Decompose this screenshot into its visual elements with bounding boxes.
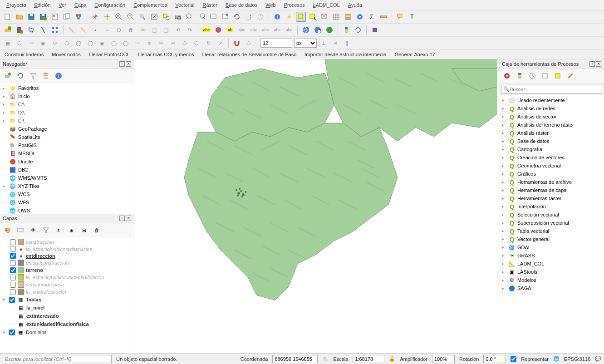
- temporal-icon[interactable]: 🕓: [255, 12, 265, 22]
- crs-label[interactable]: EPSG:3116: [564, 356, 590, 362]
- map-canvas[interactable]: [134, 59, 499, 353]
- field-calc-icon[interactable]: 🧮: [343, 12, 353, 22]
- menu-ladm_col[interactable]: LADM_COL: [309, 1, 344, 9]
- cad-parallel-icon[interactable]: ∥: [342, 38, 352, 48]
- reload-plugins-icon[interactable]: [353, 25, 363, 35]
- offset-point-icon[interactable]: ↗: [215, 38, 225, 48]
- lock-icon[interactable]: 🔒: [389, 356, 395, 362]
- menu-ráster[interactable]: Ráster: [199, 1, 221, 9]
- layer-checkbox[interactable]: [10, 275, 16, 280]
- add-layer-icon[interactable]: [3, 71, 13, 81]
- attribute-table-icon[interactable]: [331, 12, 341, 22]
- expand-arrow[interactable]: ▾: [3, 297, 7, 302]
- style-preset-icon[interactable]: 🎨: [3, 225, 13, 235]
- layer-item[interactable]: la_unidadespacial: [1, 288, 133, 295]
- layer-checkbox[interactable]: [9, 297, 15, 303]
- locator-input[interactable]: [3, 355, 112, 363]
- offset-icon[interactable]: ≡: [144, 38, 154, 48]
- ladm-action[interactable]: Mover nodos: [52, 52, 81, 57]
- processing-item[interactable]: ▸QCreación de vectores: [500, 153, 603, 162]
- close-icon[interactable]: ✕: [596, 61, 601, 67]
- filter-browser-icon[interactable]: [28, 71, 38, 81]
- expand-arrow[interactable]: ▸: [502, 180, 506, 184]
- zoom-in-icon[interactable]: [114, 12, 124, 22]
- layer-item[interactable]: servidumbrepaso: [1, 281, 133, 288]
- search-input[interactable]: [510, 87, 600, 92]
- expand-arrow[interactable]: ▸: [3, 94, 7, 98]
- expand-arrow[interactable]: ▸: [502, 139, 506, 143]
- cut-icon[interactable]: ✂: [137, 25, 147, 35]
- nav-item[interactable]: 🪶SpatiaLite: [1, 133, 133, 141]
- maptips-icon[interactable]: [395, 12, 405, 22]
- topo-edit-icon[interactable]: ⬡: [244, 38, 254, 48]
- new-shapefile-icon[interactable]: [26, 25, 36, 35]
- cad-close-icon[interactable]: ✕: [330, 38, 340, 48]
- layer-item[interactable]: ▾▦Tablas: [1, 295, 133, 304]
- navigator-tree[interactable]: ▸⭐Favoritos▸🏠Inicio▸📁C:\▸📁D:\▸📁E:\📦GeoPa…: [0, 83, 134, 214]
- menu-web[interactable]: Web: [262, 1, 279, 9]
- expand-arrow[interactable]: ▸: [502, 106, 506, 111]
- scale-input[interactable]: [353, 355, 384, 363]
- layer-checkbox[interactable]: [10, 260, 16, 266]
- layer-checkbox[interactable]: [10, 267, 16, 273]
- expand-arrow[interactable]: ▸: [502, 237, 506, 241]
- layer-checkbox[interactable]: [9, 330, 15, 335]
- processing-item[interactable]: ▸QGeometría vectorial: [500, 162, 603, 170]
- render-checkbox[interactable]: [511, 355, 516, 363]
- close-icon[interactable]: ✕: [126, 216, 131, 221]
- processing-item[interactable]: ▸✳GRASS: [500, 251, 603, 260]
- save-icon[interactable]: [26, 12, 36, 22]
- new-project-icon[interactable]: [3, 12, 13, 22]
- merge-attr-icon[interactable]: ⬡: [192, 38, 201, 48]
- ladm-action[interactable]: Llenar PuntosCCL: [89, 52, 130, 57]
- select-by-icon[interactable]: ε: [308, 12, 318, 22]
- expand-arrow[interactable]: ▸: [3, 118, 7, 123]
- expand-arrow[interactable]: ▸: [502, 286, 506, 290]
- nav-item[interactable]: 🔴Oracle: [1, 157, 133, 166]
- nav-item[interactable]: 🌐WCS: [1, 190, 133, 198]
- delete-ring-icon[interactable]: ◯: [109, 38, 119, 48]
- processing-item[interactable]: ▸QHerramientas de archivo: [500, 178, 603, 186]
- qms-add-icon[interactable]: [324, 25, 334, 35]
- menu-configuración[interactable]: Configuración: [91, 1, 129, 9]
- expand-arrow[interactable]: ▸: [3, 110, 7, 115]
- processing-search[interactable]: 🔍: [501, 85, 602, 93]
- ladm-action[interactable]: Importar desde estructura intermedia: [304, 52, 386, 57]
- refresh-browser-icon[interactable]: [15, 71, 25, 81]
- open-icon[interactable]: [15, 12, 25, 22]
- nav-item[interactable]: 🌐OWS: [1, 207, 133, 214]
- rotate-label-icon[interactable]: abc: [272, 25, 282, 35]
- new-virtual-icon[interactable]: [50, 25, 60, 35]
- expand-arrow[interactable]: ▸: [502, 270, 506, 274]
- expand-arrow[interactable]: ▸: [502, 123, 506, 127]
- label-tool-icon[interactable]: abc: [201, 25, 211, 35]
- layers-tree[interactable]: construccion●la_espaciojuridicoredservic…: [0, 237, 134, 353]
- move-feature-icon[interactable]: ↔: [102, 25, 112, 35]
- undock-icon[interactable]: ▫: [119, 61, 125, 67]
- processing-item[interactable]: ▸🕓Usado recientemente: [500, 96, 603, 104]
- edit-in-place-icon[interactable]: [553, 71, 563, 81]
- zoom-full-icon[interactable]: [149, 12, 159, 22]
- rotate-point-icon[interactable]: ↻: [203, 38, 213, 48]
- split-icon[interactable]: ✂: [156, 38, 166, 48]
- measure-icon[interactable]: [378, 12, 388, 22]
- pin-label-icon[interactable]: abc: [237, 25, 247, 35]
- visibility-icon[interactable]: 👁: [28, 225, 38, 235]
- expand-arrow[interactable]: ▸: [502, 155, 506, 160]
- script-icon[interactable]: [515, 71, 525, 81]
- processing-item[interactable]: ▸QCartografía: [500, 145, 603, 153]
- ladm-action[interactable]: Generar Anexo 17: [395, 52, 435, 57]
- processing-item[interactable]: ▸📐LADM_COL: [500, 260, 603, 268]
- menu-capa[interactable]: Capa: [71, 1, 90, 9]
- plugin-icon[interactable]: [370, 25, 380, 35]
- layer-checkbox[interactable]: [10, 239, 16, 245]
- zoom-next-icon[interactable]: [196, 12, 206, 22]
- merge-icon[interactable]: ⬡: [180, 38, 190, 48]
- processing-item[interactable]: ▸QAnálisis de vector: [500, 113, 603, 121]
- ladm-action[interactable]: Construir linderos: [5, 52, 44, 57]
- collapse-all-icon[interactable]: [41, 71, 51, 81]
- expand-arrow[interactable]: ▸: [502, 188, 506, 192]
- coord-input[interactable]: [272, 355, 318, 363]
- menu-ayuda[interactable]: Ayuda: [344, 1, 366, 9]
- add-ring-icon[interactable]: ◯: [74, 38, 83, 48]
